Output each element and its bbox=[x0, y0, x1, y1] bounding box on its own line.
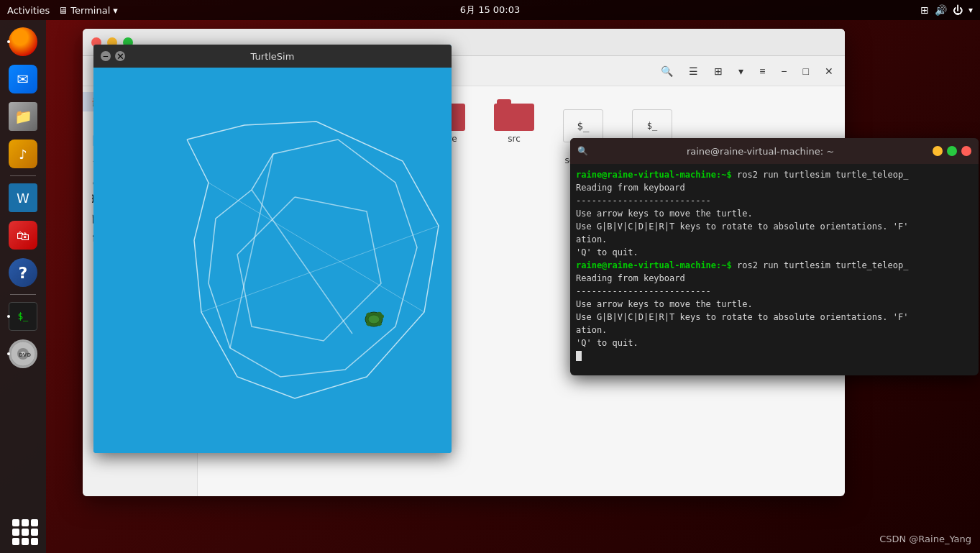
thunderbird-icon: ✉ bbox=[9, 65, 37, 93]
terminal-label: Terminal bbox=[70, 5, 110, 16]
dock: ✉ 📁 ♪ W 🛍 ? $_ bbox=[0, 20, 46, 553]
dock-item-help[interactable]: ? bbox=[6, 255, 40, 290]
fm-list-view-button[interactable]: ☰ bbox=[683, 63, 704, 80]
dock-item-appcenter[interactable]: 🛍 bbox=[6, 218, 40, 252]
turtlesim-close-button[interactable]: ✕ bbox=[115, 51, 125, 61]
terminal-output-2c: Use arrow keys to move the turtle. bbox=[576, 298, 973, 311]
terminal-output-1c: Use arrow keys to move the turtle. bbox=[576, 207, 973, 220]
files-icon: 📁 bbox=[9, 102, 37, 131]
svg-text:DVD: DVD bbox=[19, 352, 31, 358]
topbar-left: Activities 🖥 Terminal ▾ bbox=[7, 5, 118, 16]
terminal-title: raine@raine-virtual-machine: ~ bbox=[588, 146, 933, 157]
fm-close-button[interactable]: ✕ bbox=[819, 63, 839, 80]
terminal-cursor-line bbox=[576, 349, 973, 362]
volume-icon[interactable]: 🔊 bbox=[935, 4, 947, 16]
topbar-right: ⊞ 🔊 ⏻ ▾ bbox=[920, 4, 973, 16]
turtle-sprite bbox=[365, 311, 384, 326]
terminal-output-2d: Use G|B|V|C|D|E|R|T keys to rotate to ab… bbox=[576, 311, 973, 324]
terminal-prompt-1: raine@raine-virtual-machine:~$ bbox=[576, 170, 732, 180]
terminal-output-1e: ation. bbox=[576, 233, 973, 246]
dock-item-files[interactable]: 📁 bbox=[6, 99, 40, 134]
terminal-close-button[interactable] bbox=[961, 146, 971, 156]
terminal-minimize-button[interactable] bbox=[933, 146, 943, 156]
network-icon[interactable]: ⊞ bbox=[920, 4, 929, 16]
svg-line-5 bbox=[230, 154, 273, 348]
fm-menu-button[interactable]: ≡ bbox=[754, 63, 771, 80]
fm-grid-view-button[interactable]: ⊞ bbox=[708, 63, 728, 80]
dock-item-firefox[interactable] bbox=[6, 24, 40, 59]
turtlesim-title: TurtleSim bbox=[251, 51, 295, 62]
folder-src[interactable]: src bbox=[485, 98, 543, 165]
settings-chevron[interactable]: ▾ bbox=[968, 5, 973, 15]
writer-icon: W bbox=[9, 183, 37, 212]
dock-separator bbox=[10, 175, 36, 176]
fm-maximize-button[interactable]: □ bbox=[797, 63, 815, 80]
activities-button[interactable]: Activities bbox=[7, 5, 50, 16]
terminal-icon: 🖥 bbox=[58, 5, 68, 16]
terminal-maximize-button[interactable] bbox=[947, 146, 957, 156]
terminal-output-2b: -------------------------- bbox=[576, 285, 973, 298]
terminal-menu[interactable]: 🖥 Terminal ▾ bbox=[58, 5, 117, 16]
terminal-line-2: raine@raine-virtual-machine:~$ ros2 run … bbox=[576, 259, 973, 272]
terminal-cursor bbox=[576, 351, 582, 361]
terminal-window: 🔍 raine@raine-virtual-machine: ~ raine@r… bbox=[570, 138, 979, 375]
fm-view-options-button[interactable]: ▾ bbox=[733, 63, 749, 80]
appcenter-icon: 🛍 bbox=[9, 221, 37, 250]
turtlesim-minimize-button[interactable]: − bbox=[101, 51, 111, 61]
dock-item-thunderbird[interactable]: ✉ bbox=[6, 62, 40, 96]
topbar: Activities 🖥 Terminal ▾ 6月 15 00:03 ⊞ 🔊 … bbox=[0, 0, 980, 20]
terminal-cmd-1: ros2 run turtlesim turtle_teleop_ bbox=[737, 170, 908, 180]
svg-line-6 bbox=[209, 183, 424, 312]
terminal-output-1b: -------------------------- bbox=[576, 194, 973, 207]
terminal-chevron: ▾ bbox=[113, 5, 118, 16]
folder-src-label: src bbox=[508, 134, 521, 144]
dock-item-show-apps[interactable] bbox=[6, 513, 40, 547]
turtle-drawing bbox=[93, 68, 452, 453]
terminal-titlebar: 🔍 raine@raine-virtual-machine: ~ bbox=[570, 138, 979, 164]
topbar-datetime: 6月 15 00:03 bbox=[460, 4, 521, 17]
terminal-output-2f: 'Q' to quit. bbox=[576, 337, 973, 349]
svg-point-9 bbox=[368, 315, 380, 324]
terminal-cmd-2: ros2 run turtlesim turtle_teleop_ bbox=[737, 260, 908, 270]
power-icon[interactable]: ⏻ bbox=[953, 4, 963, 16]
dock-item-rhythmbox[interactable]: ♪ bbox=[6, 137, 40, 171]
fm-minimize-button[interactable]: − bbox=[775, 63, 792, 80]
terminal-search-icon[interactable]: 🔍 bbox=[577, 146, 588, 156]
terminal-prompt-2: raine@raine-virtual-machine:~$ bbox=[576, 260, 732, 270]
terminal-output-1a: Reading from keyboard bbox=[576, 181, 973, 194]
desktop: Activities 🖥 Terminal ▾ 6月 15 00:03 ⊞ 🔊 … bbox=[0, 0, 980, 553]
dock-item-dvd[interactable]: DVD bbox=[6, 337, 40, 371]
terminal-dock-icon: $_ bbox=[9, 302, 37, 331]
terminal-output-2e: ation. bbox=[576, 324, 973, 337]
terminal-output-2a: Reading from keyboard bbox=[576, 272, 973, 285]
svg-line-4 bbox=[252, 190, 352, 334]
svg-point-10 bbox=[378, 314, 384, 319]
turtlesim-buttons: − ✕ bbox=[101, 51, 125, 61]
show-apps-icon bbox=[9, 516, 37, 544]
csdn-watermark: CSDN @Raine_Yang bbox=[879, 534, 971, 544]
turtlesim-window: − ✕ TurtleSim bbox=[93, 45, 452, 453]
terminal-window-buttons bbox=[933, 146, 971, 156]
terminal-line-1: raine@raine-virtual-machine:~$ ros2 run … bbox=[576, 168, 973, 181]
rhythmbox-icon: ♪ bbox=[9, 140, 37, 168]
folder-src-icon bbox=[494, 98, 534, 131]
dvd-icon: DVD bbox=[9, 339, 37, 368]
fm-search-button[interactable]: 🔍 bbox=[655, 63, 679, 80]
dock-item-writer[interactable]: W bbox=[6, 180, 40, 215]
dock-separator-2 bbox=[10, 294, 36, 295]
terminal-output-1d: Use G|B|V|C|D|E|R|T keys to rotate to ab… bbox=[576, 220, 973, 233]
firefox-icon bbox=[9, 27, 37, 56]
turtlesim-canvas bbox=[93, 68, 452, 453]
turtlesim-titlebar: − ✕ TurtleSim bbox=[93, 45, 452, 68]
terminal-output-1f: 'Q' to quit. bbox=[576, 246, 973, 259]
help-icon: ? bbox=[9, 258, 37, 287]
terminal-body: raine@raine-virtual-machine:~$ ros2 run … bbox=[570, 164, 979, 367]
dock-item-terminal[interactable]: $_ bbox=[6, 299, 40, 334]
